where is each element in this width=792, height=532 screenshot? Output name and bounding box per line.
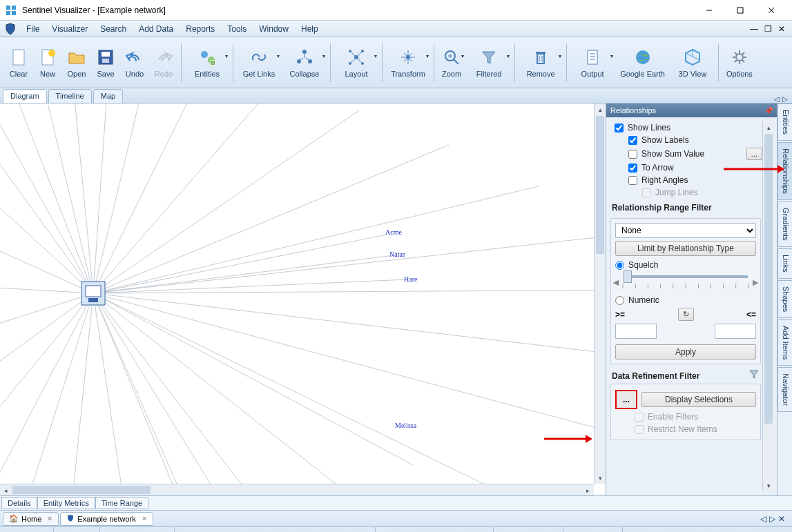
- tab-next-icon[interactable]: ▷: [782, 95, 788, 103]
- side-tab-relationships[interactable]: Relationships: [777, 142, 792, 200]
- btab-entity-metrics[interactable]: Entity Metrics: [37, 497, 95, 509]
- diagram-canvas[interactable]: Acme Natas Hare Melissa Natas Eliza ▴ ▾ …: [0, 104, 606, 495]
- refinement-ellipsis-button[interactable]: ...: [615, 390, 637, 409]
- doc-close-icon[interactable]: ✕: [778, 514, 785, 524]
- undo-button[interactable]: Undo: [120, 41, 149, 85]
- mdi-restore-button[interactable]: ❐: [762, 23, 774, 35]
- range-filter-select[interactable]: None: [615, 223, 756, 238]
- doc-tab-home[interactable]: 🏠 Home ✕: [3, 512, 59, 526]
- svg-line-43: [0, 104, 93, 293]
- side-tabs: Entities Relationships Gradients Links S…: [777, 104, 792, 495]
- numeric-reset-button[interactable]: ↻: [678, 308, 694, 321]
- mdi-minimize-button[interactable]: —: [748, 23, 760, 35]
- scroll-thumb-vertical[interactable]: [764, 134, 773, 424]
- show-lines-checkbox[interactable]: Show Lines: [609, 121, 762, 134]
- sum-value-options-button[interactable]: ...: [746, 148, 762, 160]
- tab-prev-icon[interactable]: ◁: [774, 95, 780, 103]
- scroll-thumb-horizontal[interactable]: [12, 486, 151, 494]
- maximize-button[interactable]: [724, 0, 755, 21]
- zoom-icon: [442, 48, 461, 67]
- save-button[interactable]: Save: [91, 41, 120, 85]
- scroll-thumb-vertical[interactable]: [596, 116, 604, 254]
- mdi-close-button[interactable]: ✕: [775, 23, 788, 35]
- tab-map[interactable]: Map: [93, 89, 123, 103]
- transform-button[interactable]: Transform▾: [385, 41, 431, 85]
- show-sum-value-checkbox[interactable]: Show Sum Value...: [609, 146, 762, 161]
- redo-button[interactable]: Redo: [149, 41, 178, 85]
- menu-add-data[interactable]: Add Data: [133, 22, 179, 36]
- right-angles-checkbox[interactable]: Right Angles: [609, 174, 762, 186]
- close-icon[interactable]: ✕: [142, 515, 147, 522]
- scroll-right-icon[interactable]: ▸: [582, 484, 594, 495]
- status-server: Server: (local): [563, 527, 622, 532]
- svg-rect-31: [537, 54, 544, 63]
- side-tab-navigator[interactable]: Navigator: [777, 367, 792, 412]
- gte-input[interactable]: [615, 324, 657, 339]
- lte-input[interactable]: [715, 324, 756, 339]
- output-button[interactable]: Output▾: [570, 41, 615, 85]
- menu-search[interactable]: Search: [95, 22, 132, 36]
- menu-reports[interactable]: Reports: [180, 22, 220, 36]
- get-links-button[interactable]: Get Links▾: [236, 41, 282, 85]
- canvas-vertical-scrollbar[interactable]: ▴ ▾: [594, 104, 606, 484]
- lte-label: <=: [746, 310, 756, 319]
- entities-button[interactable]: +Entities▾: [184, 41, 230, 85]
- layout-button[interactable]: Layout▾: [334, 41, 379, 85]
- chevron-down-icon: ▾: [277, 53, 280, 59]
- menu-tools[interactable]: Tools: [222, 22, 252, 36]
- side-tab-gradients[interactable]: Gradients: [777, 201, 792, 247]
- open-button[interactable]: Open: [62, 41, 91, 85]
- clear-button[interactable]: Clear: [4, 41, 33, 85]
- side-tab-links[interactable]: Links: [777, 248, 792, 279]
- doc-tab-example-network[interactable]: Example network ✕: [60, 512, 153, 526]
- menu-window[interactable]: Window: [253, 22, 294, 36]
- remove-button[interactable]: Remove▾: [518, 41, 563, 85]
- tab-diagram[interactable]: Diagram: [3, 89, 47, 103]
- scroll-down-icon[interactable]: ▾: [763, 480, 775, 491]
- tab-timeline[interactable]: Timeline: [48, 89, 92, 103]
- side-tab-add-items[interactable]: Add Items: [777, 319, 792, 366]
- side-tab-shapes[interactable]: Shapes: [777, 280, 792, 318]
- canvas-horizontal-scrollbar[interactable]: ◂ ▸: [0, 484, 594, 495]
- close-button[interactable]: [755, 0, 786, 21]
- display-selections-button[interactable]: Display Selections: [641, 392, 756, 407]
- doc-prev-icon[interactable]: ◁: [760, 514, 766, 524]
- side-tab-entities[interactable]: Entities: [777, 104, 792, 141]
- panel-vertical-scrollbar[interactable]: ▴ ▾: [762, 121, 774, 491]
- to-arrow-checkbox[interactable]: To Arrow: [609, 161, 762, 174]
- scroll-down-icon[interactable]: ▾: [595, 472, 606, 484]
- scroll-up-icon[interactable]: ▴: [595, 104, 606, 115]
- svg-rect-35: [588, 50, 597, 64]
- numeric-radio[interactable]: Numeric: [615, 290, 756, 305]
- undo-icon: [125, 48, 144, 67]
- scroll-up-icon[interactable]: ▴: [763, 121, 775, 133]
- limit-by-type-button[interactable]: Limit by Relationship Type: [615, 241, 756, 256]
- squelch-slider[interactable]: [624, 275, 748, 278]
- svg-line-50: [93, 110, 359, 293]
- scroll-left-icon[interactable]: ◂: [0, 484, 12, 495]
- squelch-radio[interactable]: Squelch: [615, 256, 756, 270]
- close-icon[interactable]: ✕: [47, 515, 52, 522]
- btab-time-range[interactable]: Time Range: [95, 497, 149, 509]
- 3d-view-button[interactable]: 3D View: [670, 41, 715, 85]
- show-labels-checkbox[interactable]: Show Labels: [609, 134, 762, 146]
- minimize-button[interactable]: [693, 0, 724, 21]
- doc-next-icon[interactable]: ▷: [769, 514, 775, 524]
- options-button[interactable]: Options: [722, 41, 757, 85]
- menu-file[interactable]: File: [21, 22, 45, 36]
- new-button[interactable]: New: [33, 41, 62, 85]
- filtered-button[interactable]: Filtered▾: [466, 41, 512, 85]
- collapse-icon: [295, 48, 314, 67]
- menu-visualizer[interactable]: Visualizer: [46, 22, 93, 36]
- svg-line-69: [0, 214, 93, 293]
- central-node[interactable]: [81, 282, 105, 305]
- svg-line-46: [93, 104, 110, 293]
- google-earth-button[interactable]: Google Earth: [615, 41, 670, 85]
- pin-icon[interactable]: 📌: [764, 107, 773, 115]
- panel-header: Relationships 📌: [606, 104, 777, 117]
- menu-help[interactable]: Help: [296, 22, 324, 36]
- zoom-button[interactable]: Zoom▾: [437, 41, 466, 85]
- collapse-button[interactable]: Collapse▾: [282, 41, 327, 85]
- btab-details[interactable]: Details: [1, 497, 37, 509]
- apply-button[interactable]: Apply: [615, 344, 756, 359]
